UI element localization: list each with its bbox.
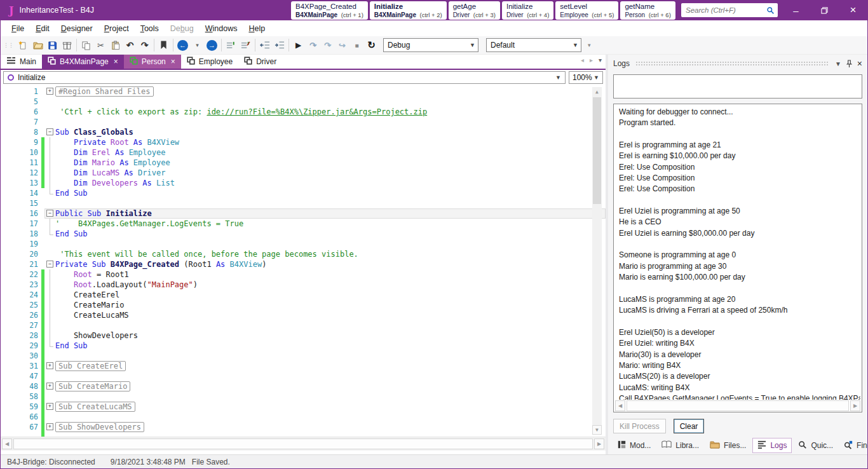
scrollbar-thumb[interactable] [627,400,849,411]
profile-select[interactable]: Default ▼ [486,38,581,52]
fold-toggle-icon[interactable]: + [44,381,55,391]
code-line[interactable]: 14End Sub [1,188,606,198]
panel-tab-quic[interactable]: Quic... [794,438,837,453]
scroll-down-icon[interactable]: ▼ [592,425,602,435]
titlebar-bookmark-button[interactable]: getAgeDriver (ctrl + 3) [449,1,500,20]
stop-icon[interactable]: ■ [349,37,364,53]
back-dropdown-icon[interactable]: ▾ [190,37,205,53]
fold-toggle-icon[interactable]: + [44,402,55,412]
tab-driver[interactable]: Driver [238,55,282,69]
search-icon[interactable] [766,6,775,15]
menu-item-debug[interactable]: Debug [165,22,200,35]
scrollbar-thumb[interactable] [593,97,601,204]
editor-zoom-select[interactable]: 100% ▼ [569,71,603,84]
minimize-button[interactable]: – [782,0,810,20]
toolbar-overflow-icon[interactable]: ▾ [588,42,591,48]
scroll-right-icon[interactable]: ▶ [594,438,604,449]
fold-toggle-icon[interactable]: − [44,127,55,137]
redo-icon[interactable]: ↷ [137,37,152,53]
uncomment-icon[interactable] [238,37,253,53]
tab-close-icon[interactable]: × [114,57,118,66]
fold-toggle-icon[interactable]: + [44,361,55,371]
code-line[interactable]: 47 [1,371,606,381]
search-input[interactable] [686,6,766,14]
code-line[interactable]: 19 [1,239,606,249]
panel-tab-files[interactable]: Files... [705,438,750,452]
menu-item-help[interactable]: Help [243,22,271,35]
tab-scroll-right-icon[interactable]: ▸ [590,57,593,64]
menu-item-windows[interactable]: Windows [200,22,243,35]
close-button[interactable]: × [839,0,867,20]
menu-item-edit[interactable]: Edit [30,22,55,35]
titlebar-bookmark-button[interactable]: getNamePerson (ctrl + 6) [620,1,675,20]
scroll-right-icon[interactable]: ▶ [850,400,860,411]
code-line[interactable]: 18End Sub [1,229,606,239]
code-line[interactable]: 12 Dim LucaMS As Driver [1,168,606,178]
code-line[interactable]: 59+Sub CreateLucaMS [1,402,606,412]
code-line[interactable]: 24 CreateErel [1,290,606,300]
code-line[interactable]: 58 [1,391,606,402]
sub-navigator-select[interactable]: Initialize ▼ [3,71,566,84]
panel-tab-mod[interactable]: Mod... [613,438,655,452]
code-editor[interactable]: 1+#Region Shared Files56 'Ctrl + click t… [1,85,606,437]
code-line[interactable]: 28 ShowDevelopers [1,330,606,341]
panel-tab-find[interactable]: Find... [839,438,868,453]
code-line[interactable]: 11 Dim Mario As Employee [1,158,606,168]
fold-toggle-icon[interactable]: − [44,259,55,269]
open-project-icon[interactable] [31,37,45,53]
resume-icon[interactable]: ↷ [306,37,320,53]
undo-icon[interactable]: ↶ [123,37,137,53]
code-line[interactable]: 67+Sub ShowDevelopers [1,422,606,432]
package-icon[interactable] [60,37,74,53]
panel-close-icon[interactable]: × [857,58,862,69]
code-line[interactable]: 29End Sub [1,341,606,351]
restore-button[interactable] [810,0,839,20]
code-line[interactable]: 15 [1,198,606,208]
code-line[interactable]: 23 Root.LoadLayout("MainPage") [1,280,606,290]
code-line[interactable]: 16−Public Sub Initialize [1,208,606,219]
code-line[interactable]: 25 CreateMario [1,300,606,310]
code-line[interactable]: 9 Private Root As B4XView [1,137,606,147]
step-into-icon[interactable]: ↪ [335,37,349,53]
code-line[interactable]: 27 [1,320,606,330]
code-line[interactable]: 48+Sub CreateMario [1,381,606,391]
indent-icon[interactable] [272,37,287,53]
code-line[interactable]: 7 [1,117,606,127]
code-line[interactable]: 6 'Ctrl + click to export as zip: ide://… [1,107,606,117]
code-line[interactable]: 21−Private Sub B4XPage_Created (Root1 As… [1,259,606,269]
panel-tab-libra[interactable]: Libra... [657,438,703,452]
scroll-up-icon[interactable]: ▲ [592,87,602,97]
menu-item-designer[interactable]: Designer [55,22,98,35]
tab-close-icon[interactable]: × [171,57,175,66]
code-line[interactable]: 22 Root = Root1 [1,269,606,280]
build-configuration-select[interactable]: Debug ▼ [383,38,478,52]
editor-vertical-scrollbar[interactable]: ▲ ▼ [592,87,602,435]
menu-item-tools[interactable]: Tools [135,22,165,35]
tab-employee[interactable]: Employee [181,55,238,69]
titlebar-bookmark-button[interactable]: setLevelEmployee (ctrl + 5) [555,1,618,20]
scrollbar-thumb[interactable] [13,438,593,449]
clear-button[interactable]: Clear [674,419,705,433]
code-line[interactable]: 13 Dim Developers As List [1,178,606,188]
menu-item-file[interactable]: File [6,22,30,35]
code-line[interactable]: 66 [1,412,606,422]
step-over-icon[interactable]: ↷ [320,37,335,53]
titlebar-bookmark-button[interactable]: B4XPage_CreatedB4XMainPage (ctrl + 1) [291,1,368,20]
save-icon[interactable] [45,37,60,53]
back-icon[interactable]: ← [175,37,190,53]
log-filter-input[interactable] [613,74,862,99]
code-line[interactable]: 8−Sub Class_Globals [1,127,606,137]
comment-icon[interactable] [224,37,238,53]
tab-person[interactable]: Person× [124,55,181,69]
fold-toggle-icon[interactable]: + [44,422,55,432]
code-line[interactable]: 10 Dim Erel As Employee [1,147,606,158]
tab-b4xmainpage[interactable]: B4XMainPage× [42,55,124,69]
scroll-left-icon[interactable]: ◀ [2,438,12,449]
tab-scroll-left-icon[interactable]: ◂ [581,57,584,64]
titlebar-bookmark-button[interactable]: InitializeB4XMainPage (ctrl + 2) [370,1,447,20]
panel-menu-chevron-icon[interactable]: ▼ [835,60,841,67]
copy-icon[interactable] [79,37,93,53]
panel-tab-logs[interactable]: Logs [752,438,792,453]
fold-toggle-icon[interactable]: − [44,208,55,219]
log-horizontal-scrollbar[interactable]: ◀ ▶ [614,400,862,412]
